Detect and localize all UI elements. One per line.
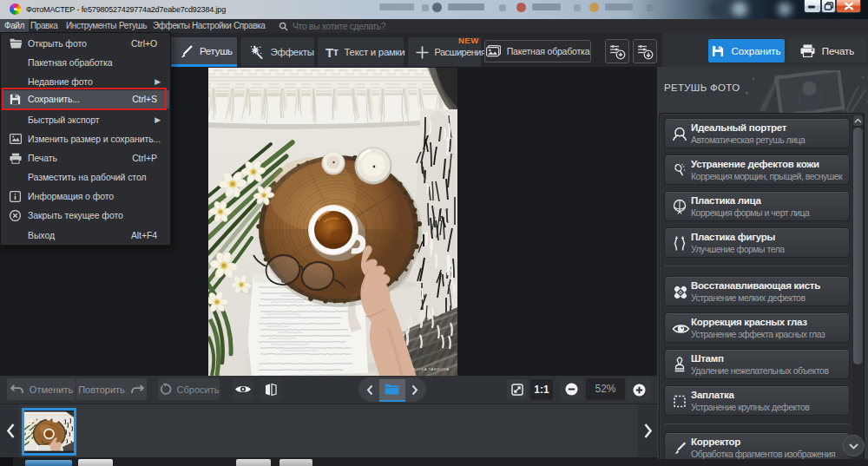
svg-text:OLIVKA TARKOVA: OLIVKA TARKOVA	[411, 367, 450, 371]
